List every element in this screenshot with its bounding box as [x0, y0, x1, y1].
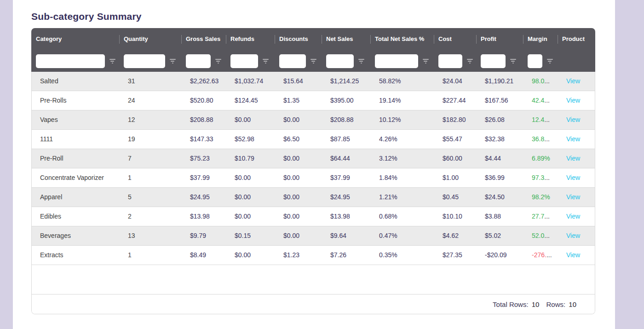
view-link[interactable]: View — [566, 155, 580, 162]
filter-input-net-sales[interactable] — [326, 54, 354, 68]
filter-input-margin[interactable] — [528, 54, 542, 68]
view-link[interactable]: View — [566, 193, 580, 201]
cell-discounts: $0.00 — [275, 226, 322, 245]
cell-discounts: $0.00 — [275, 110, 322, 129]
filter-icon[interactable] — [510, 59, 516, 63]
cell-profit: $36.99 — [477, 168, 523, 187]
cell-cost: $27.35 — [434, 246, 477, 265]
subcategory-summary-table: Category Quantity Gross Sales Refunds Di… — [31, 28, 595, 314]
cell-quantity: 1 — [120, 246, 182, 265]
cell-net-sales: $24.95 — [322, 188, 371, 207]
cell-discounts: $0.00 — [275, 168, 322, 187]
table-row: Pre-Roll 7 $75.23 $10.79 $0.00 $64.44 3.… — [32, 149, 595, 168]
table-row: Apparel 5 $24.95 $0.00 $0.00 $24.95 1.21… — [32, 188, 595, 207]
view-link[interactable]: View — [566, 97, 580, 104]
filter-input-total-net-sales-pct[interactable] — [375, 54, 418, 68]
cell-gross-sales: $2,262.63 — [182, 72, 226, 91]
filter-icon[interactable] — [422, 59, 429, 63]
filter-icon[interactable] — [262, 59, 269, 63]
cell-refunds: $0.15 — [226, 226, 275, 245]
cell-product: View — [558, 188, 595, 207]
view-link[interactable]: View — [566, 77, 580, 85]
table-row: Beverages 13 $9.79 $0.15 $0.00 $9.64 0.4… — [32, 226, 595, 246]
margin-value: 42.4 — [532, 97, 544, 104]
cell-refunds: $0.00 — [226, 110, 275, 129]
cell-category: Vapes — [32, 110, 120, 129]
filter-icon[interactable] — [215, 59, 221, 63]
cell-discounts: $1.35 — [275, 91, 322, 110]
margin-value: 98.0 — [532, 77, 544, 85]
filter-input-gross-sales[interactable] — [186, 54, 211, 68]
column-header-profit[interactable]: Profit — [476, 28, 523, 50]
cell-cost: $4.62 — [434, 226, 477, 245]
cell-quantity: 12 — [120, 110, 182, 129]
filter-input-cost[interactable] — [438, 54, 462, 68]
margin-ellipsis: ... — [544, 97, 550, 104]
table-row: Concentrate Vaporizer 1 $37.99 $0.00 $0.… — [32, 168, 595, 188]
column-header-product[interactable]: Product — [558, 28, 595, 50]
column-header-net-sales[interactable]: Net Sales — [322, 28, 370, 50]
column-header-refunds[interactable]: Refunds — [226, 28, 275, 50]
filter-input-category[interactable] — [36, 54, 105, 68]
filter-cell-margin — [523, 50, 558, 72]
margin-ellipsis: ... — [544, 116, 550, 123]
filter-cell-gross-sales — [181, 50, 226, 72]
cell-total-net-sales-pct: 4.26% — [371, 130, 434, 149]
view-link[interactable]: View — [566, 116, 580, 123]
margin-ellipsis: ... — [544, 77, 550, 85]
cell-discounts: $15.64 — [275, 72, 322, 91]
cell-profit: $1,190.21 — [477, 72, 523, 91]
filter-input-discounts[interactable] — [279, 54, 306, 68]
cell-refunds: $10.79 — [226, 149, 275, 168]
margin-value: 98.2% — [532, 193, 550, 201]
filter-input-refunds[interactable] — [230, 54, 258, 68]
cell-refunds: $124.45 — [226, 91, 275, 110]
view-link[interactable]: View — [566, 135, 580, 143]
view-link[interactable]: View — [566, 232, 580, 239]
cell-net-sales: $1,214.25 — [322, 72, 371, 91]
cell-net-sales: $87.85 — [322, 130, 371, 149]
filter-icon[interactable] — [310, 59, 316, 63]
cell-discounts: $0.00 — [275, 207, 322, 226]
filter-icon[interactable] — [466, 59, 473, 63]
rows-value: 10 — [569, 300, 576, 308]
column-header-quantity[interactable]: Quantity — [119, 28, 181, 50]
cell-quantity: 2 — [120, 207, 182, 226]
cell-category: Extracts — [32, 246, 120, 265]
column-header-total-net-sales-pct[interactable]: Total Net Sales % — [370, 28, 434, 50]
column-header-discounts[interactable]: Discounts — [275, 28, 322, 50]
cell-margin: 42.4... — [523, 91, 558, 110]
rows-label: Rows: — [546, 300, 565, 308]
column-header-gross-sales[interactable]: Gross Sales — [181, 28, 226, 50]
filter-input-quantity[interactable] — [124, 54, 165, 68]
view-link[interactable]: View — [566, 251, 580, 259]
column-header-margin[interactable]: Margin — [523, 28, 558, 50]
cell-cost: $1.00 — [434, 168, 477, 187]
filter-icon[interactable] — [358, 59, 364, 63]
cell-gross-sales: $520.80 — [182, 91, 226, 110]
cell-profit: $167.56 — [477, 91, 523, 110]
table-body: Salted 31 $2,262.63 $1,032.74 $15.64 $1,… — [31, 72, 595, 314]
filter-icon[interactable] — [546, 59, 553, 63]
cell-refunds: $0.00 — [226, 207, 275, 226]
view-link[interactable]: View — [566, 213, 580, 220]
cell-quantity: 5 — [120, 188, 182, 207]
margin-value: -276. — [532, 251, 546, 259]
cell-profit: -$20.09 — [477, 246, 523, 265]
filter-icon[interactable] — [169, 59, 176, 63]
table-footer: Total Rows: 10 Rows: 10 — [32, 294, 595, 314]
empty-rows-area — [32, 265, 595, 294]
cell-quantity: 19 — [120, 130, 182, 149]
filter-cell-net-sales — [322, 50, 370, 72]
filter-icon[interactable] — [109, 59, 115, 63]
cell-gross-sales: $13.98 — [182, 207, 226, 226]
cell-profit: $4.44 — [477, 149, 523, 168]
column-header-cost[interactable]: Cost — [434, 28, 476, 50]
filter-cell-total-net-sales-pct — [370, 50, 434, 72]
column-header-category[interactable]: Category — [31, 28, 119, 50]
filter-input-profit[interactable] — [481, 54, 506, 68]
cell-profit: $5.02 — [477, 226, 523, 245]
view-link[interactable]: View — [566, 174, 580, 181]
cell-refunds: $0.00 — [226, 168, 275, 187]
margin-ellipsis: ... — [544, 174, 550, 181]
